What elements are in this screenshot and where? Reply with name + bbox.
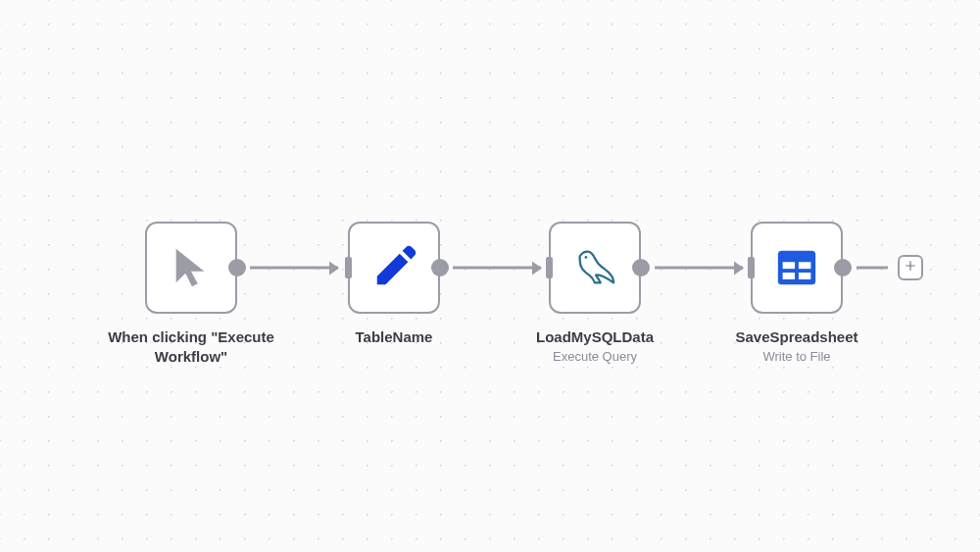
add-node-button[interactable]: [898, 255, 923, 280]
node-savespreadsheet-box[interactable]: [751, 222, 843, 314]
mysql-icon: [572, 245, 617, 290]
workflow-canvas[interactable]: When clicking "Execute Workflow" TableNa…: [0, 0, 980, 552]
node-savespreadsheet-input-port[interactable]: [748, 257, 755, 278]
plus-icon: [904, 259, 917, 276]
node-tablename-output-port[interactable]: [431, 259, 449, 276]
svg-point-0: [585, 256, 588, 259]
node-trigger-output-port[interactable]: [228, 259, 246, 276]
node-trigger: When clicking "Execute Workflow": [98, 222, 284, 366]
node-loadmysqldata-title: LoadMySQLData: [536, 327, 654, 347]
svg-rect-4: [783, 273, 795, 279]
node-tablename-input-port[interactable]: [345, 257, 352, 278]
node-loadmysqldata-subtitle: Execute Query: [553, 349, 637, 364]
svg-rect-3: [799, 262, 810, 269]
node-savespreadsheet-title: SaveSpreadsheet: [735, 327, 858, 347]
node-tablename-box[interactable]: [348, 222, 440, 314]
spreadsheet-icon: [774, 245, 819, 290]
node-loadmysqldata-input-port[interactable]: [546, 257, 553, 278]
pencil-icon: [371, 245, 416, 290]
node-trigger-box[interactable]: [145, 222, 237, 314]
node-savespreadsheet-output-port[interactable]: [834, 259, 852, 276]
svg-rect-5: [799, 273, 810, 279]
node-loadmysqldata: LoadMySQLData Execute Query: [502, 222, 688, 364]
svg-rect-2: [783, 262, 795, 269]
node-loadmysqldata-output-port[interactable]: [632, 259, 650, 276]
node-savespreadsheet-subtitle: Write to File: [762, 349, 830, 364]
node-tablename-title: TableName: [356, 327, 433, 347]
node-savespreadsheet: SaveSpreadsheet Write to File: [704, 222, 890, 364]
cursor-icon: [169, 245, 214, 290]
node-tablename: TableName: [301, 222, 487, 347]
node-trigger-title: When clicking "Execute Workflow": [98, 327, 284, 366]
node-loadmysqldata-box[interactable]: [549, 222, 641, 314]
